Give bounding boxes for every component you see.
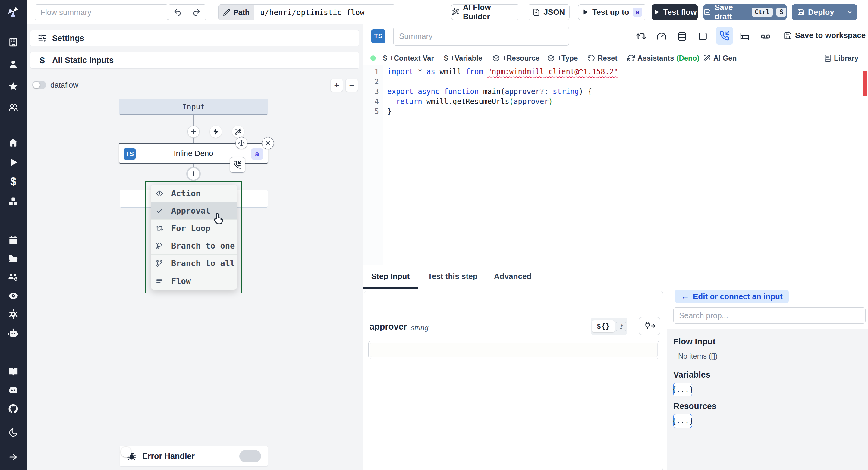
- zoom-out-button[interactable]: −: [345, 79, 358, 92]
- zoom-in-button[interactable]: +: [330, 79, 343, 92]
- menu-item-branch-to-all[interactable]: Branch to all: [151, 255, 237, 272]
- path-value[interactable]: u/henri/optimistic_flow: [254, 8, 364, 17]
- delete-step-button[interactable]: [262, 137, 274, 149]
- menu-item-branch-to-one[interactable]: Branch to one: [151, 237, 237, 255]
- connect-input-button[interactable]: [639, 317, 660, 335]
- top-header: Path u/henri/optimistic_flow AI Flow Bui…: [27, 0, 868, 24]
- menu-item-flow[interactable]: Flow: [151, 272, 237, 289]
- json-button[interactable]: JSON: [528, 4, 569, 20]
- redo-button[interactable]: [187, 4, 206, 20]
- settings-card[interactable]: Settings: [30, 30, 359, 46]
- discord-icon[interactable]: [8, 385, 19, 396]
- add-resource-button[interactable]: +Resource: [492, 54, 539, 62]
- edit-connect-label: Edit or connect an input: [693, 292, 783, 301]
- suspend-step-badge[interactable]: [230, 157, 245, 173]
- cache-database-icon[interactable]: [677, 31, 687, 41]
- concurrency-square-icon[interactable]: [698, 31, 708, 41]
- ai-insert-button[interactable]: [232, 126, 244, 138]
- menu-item-action[interactable]: Action: [151, 185, 237, 202]
- error-handler-card[interactable]: Error Handler: [120, 446, 268, 467]
- close-icon: [265, 140, 271, 147]
- menu-item-label: Branch to all: [171, 258, 235, 268]
- undo-button[interactable]: [168, 4, 187, 20]
- add-variable-button[interactable]: $+Variable: [444, 54, 482, 62]
- error-handler-label: Error Handler: [142, 451, 195, 461]
- retries-repeat-icon[interactable]: [636, 31, 646, 41]
- dataflow-label: dataflow: [50, 81, 79, 90]
- users-icon[interactable]: [8, 102, 19, 113]
- resources-boxes-icon[interactable]: [8, 196, 19, 207]
- search-prop-input[interactable]: [673, 307, 866, 323]
- test-up-to-button[interactable]: Test up to a: [578, 4, 646, 20]
- props-sections: Flow Input No items ([]) Variables {...}…: [667, 329, 868, 470]
- sleep-bed-icon[interactable]: [740, 31, 750, 41]
- summary-input[interactable]: [393, 27, 569, 46]
- step-editor-panel: TS Save to workspace $+Context Var $+Var…: [363, 24, 868, 470]
- input-node[interactable]: Input: [119, 98, 268, 115]
- windmill-flow-builder: Path u/henri/optimistic_flow AI Flow Bui…: [0, 0, 868, 470]
- mock-voicemail-icon[interactable]: [761, 31, 771, 41]
- error-handler-toggle[interactable]: [239, 450, 261, 462]
- path-button[interactable]: Path: [218, 4, 254, 20]
- schedules-calendar-icon[interactable]: [8, 235, 19, 246]
- groups-admin-icon[interactable]: [8, 272, 19, 283]
- dataflow-toggle[interactable]: [32, 81, 46, 89]
- assistants-button[interactable]: Assistants (Deno): [627, 54, 699, 62]
- user-icon[interactable]: [8, 59, 19, 69]
- docs-book-icon[interactable]: [8, 367, 19, 377]
- step-id-badge: a: [251, 148, 263, 160]
- insert-below-button[interactable]: [186, 167, 201, 181]
- tab-test-this-step[interactable]: Test this step: [428, 272, 478, 281]
- deploy-dropdown-button[interactable]: [843, 4, 857, 20]
- settings-gear-icon[interactable]: [8, 309, 19, 320]
- move-icon: [238, 139, 245, 147]
- suspend-approval-button[interactable]: [716, 27, 733, 44]
- approver-input[interactable]: [370, 343, 658, 357]
- star-icon[interactable]: [8, 81, 19, 92]
- insert-step-button[interactable]: [187, 126, 199, 138]
- expand-arrow-icon[interactable]: [8, 452, 19, 462]
- save-draft-button[interactable]: Save draft Ctrl S: [704, 4, 786, 20]
- workspace-icon[interactable]: [8, 37, 19, 47]
- library-button[interactable]: Library: [824, 54, 858, 62]
- test-flow-button[interactable]: Test flow: [652, 4, 698, 20]
- reset-button[interactable]: Reset: [587, 54, 617, 62]
- resources-object-chip[interactable]: {...}: [673, 414, 692, 428]
- lsp-status-dot: [370, 56, 376, 61]
- code-editor[interactable]: 1 2 3 4 5 import * as wmill from "npm:wi…: [363, 65, 868, 265]
- fn-mode-button[interactable]: f: [616, 322, 626, 331]
- dark-mode-moon-icon[interactable]: [8, 428, 19, 438]
- variables-object-chip[interactable]: {...}: [673, 383, 692, 397]
- menu-item-label: Approval: [171, 206, 210, 215]
- github-icon[interactable]: [8, 403, 19, 414]
- windmill-logo[interactable]: [7, 5, 20, 19]
- ai-gen-button[interactable]: AI Gen: [703, 54, 737, 62]
- flow-lines-icon: [156, 277, 163, 285]
- flow-summary-input[interactable]: [35, 4, 168, 21]
- folders-icon[interactable]: [8, 254, 19, 264]
- variables-dollar-icon[interactable]: $: [10, 175, 16, 188]
- all-static-inputs-card[interactable]: $ All Static Inputs: [30, 52, 359, 69]
- ai-flow-builder-button[interactable]: AI Flow Builder: [451, 4, 519, 20]
- error-handler-toggle-knob: [121, 447, 131, 457]
- trigger-button[interactable]: [210, 126, 222, 138]
- deploy-button[interactable]: Deploy: [792, 4, 839, 20]
- tab-step-input[interactable]: Step Input: [371, 272, 410, 281]
- deploy-label: Deploy: [808, 7, 834, 17]
- tab-advanced[interactable]: Advanced: [494, 272, 531, 281]
- add-context-var-button[interactable]: $+Context Var: [383, 54, 434, 62]
- bot-icon[interactable]: [8, 327, 19, 338]
- add-type-button[interactable]: +Type: [547, 54, 578, 62]
- runs-play-icon[interactable]: [8, 157, 19, 167]
- edge-line: [193, 115, 194, 126]
- field-name-label: approver: [370, 322, 407, 332]
- edit-connect-button[interactable]: ← Edit or connect an input: [675, 290, 789, 303]
- timeout-gauge-icon[interactable]: [656, 31, 667, 41]
- move-step-button[interactable]: [236, 137, 247, 149]
- save-to-workspace-button[interactable]: Save to workspace: [784, 31, 866, 40]
- home-icon[interactable]: [8, 138, 19, 148]
- expr-mode-button[interactable]: ${}: [592, 320, 615, 332]
- audit-eye-icon[interactable]: [8, 290, 19, 301]
- error-scrollbar-marker: [863, 71, 867, 95]
- phone-incoming-icon: [716, 27, 733, 44]
